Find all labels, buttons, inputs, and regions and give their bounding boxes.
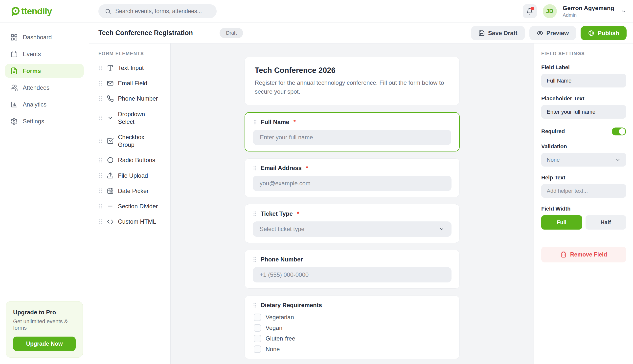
workspace: FORM ELEMENTS Text Input Email Field Pho…	[89, 44, 633, 364]
upgrade-now-button[interactable]: Upgrade Now	[13, 336, 76, 351]
field-label-label: Field Label	[541, 64, 626, 71]
sidebar-item-forms[interactable]: Forms	[5, 64, 84, 78]
form-field-card-full-name[interactable]: Full Name * Enter your full name	[245, 112, 460, 152]
element-item-dropdown-select[interactable]: Dropdown Select	[98, 110, 164, 126]
search-box[interactable]	[98, 4, 217, 18]
element-item-section-divider[interactable]: Section Divider	[98, 202, 164, 210]
element-item-radio-buttons[interactable]: Radio Buttons	[98, 156, 164, 164]
save-draft-button[interactable]: Save Draft	[471, 26, 525, 40]
field-text-input[interactable]: you@example.com	[253, 176, 451, 191]
field-settings-panel: FIELD SETTINGS Field Label Placeholder T…	[534, 44, 633, 364]
circle-icon	[107, 157, 114, 164]
drag-handle-icon[interactable]	[98, 218, 103, 225]
save-draft-label: Save Draft	[488, 30, 517, 36]
brand-logo[interactable]: ttendily	[10, 6, 52, 17]
upgrade-title: Upgrade to Pro	[13, 309, 76, 316]
drag-handle-icon[interactable]	[253, 119, 257, 125]
drag-handle-icon[interactable]	[98, 115, 103, 121]
sidebar-item-analytics[interactable]: Analytics	[5, 97, 84, 112]
element-item-label: File Upload	[118, 172, 148, 180]
field-label-text: Dietary Requirements	[261, 302, 322, 309]
form-header-card[interactable]: Tech Conference 2026 Register for the an…	[245, 57, 460, 105]
checkbox-option[interactable]: None	[254, 346, 451, 353]
drag-handle-icon[interactable]	[98, 157, 103, 163]
field-text-input[interactable]: Enter your full name	[253, 130, 451, 145]
element-item-file-upload[interactable]: File Upload	[98, 172, 164, 180]
checkbox-options: Vegetarian Vegan Gluten-free None	[253, 314, 451, 353]
upgrade-subtitle: Get unlimited events & forms	[13, 318, 76, 331]
upload-icon	[107, 172, 114, 179]
form-title: Tech Conference 2026	[255, 66, 449, 75]
checkbox-icon[interactable]	[254, 335, 261, 342]
field-text-input[interactable]: +1 (555) 000-0000	[253, 267, 451, 282]
help-text-label: Help Text	[541, 174, 626, 181]
validation-value: None	[547, 157, 560, 163]
drag-handle-icon[interactable]	[253, 165, 257, 171]
topbar: JD Gerron Agyemang Admin	[89, 0, 633, 23]
placeholder-text-input[interactable]	[541, 105, 626, 118]
calendar-days-icon	[107, 187, 114, 194]
drag-handle-icon[interactable]	[253, 210, 257, 217]
placeholder-text-label: Placeholder Text	[541, 96, 626, 102]
drag-handle-icon[interactable]	[98, 172, 103, 179]
form-elements-list: Text Input Email Field Phone Number Drop…	[98, 64, 164, 225]
drag-handle-icon[interactable]	[98, 96, 103, 102]
element-item-text-input[interactable]: Text Input	[98, 64, 164, 72]
sidebar-item-settings[interactable]: Settings	[5, 114, 84, 128]
field-width-half-button[interactable]: Half	[585, 215, 626, 230]
checkbox-option[interactable]: Vegetarian	[254, 314, 451, 321]
form-field-card-ticket-type[interactable]: Ticket Type * Select ticket type	[245, 204, 460, 243]
drag-handle-icon[interactable]	[98, 65, 103, 71]
remove-field-button[interactable]: Remove Field	[541, 246, 626, 262]
drag-handle-icon[interactable]	[98, 203, 103, 209]
help-text-input[interactable]	[541, 184, 626, 198]
upgrade-card: Upgrade to Pro Get unlimited events & fo…	[6, 301, 83, 358]
publish-button[interactable]: Publish	[580, 26, 626, 40]
form-field-card-email-address[interactable]: Email Address * you@example.com	[245, 158, 460, 197]
form-toolbar: Tech Conference Registration Draft Save …	[89, 23, 633, 44]
sidebar-item-events[interactable]: Events	[5, 47, 84, 61]
checkbox-icon[interactable]	[254, 324, 261, 332]
element-item-custom-html[interactable]: Custom HTML	[98, 218, 164, 225]
checkbox-icon[interactable]	[254, 346, 261, 353]
drag-handle-icon[interactable]	[253, 256, 257, 263]
element-item-phone-number[interactable]: Phone Number	[98, 95, 164, 102]
file-text-icon	[11, 67, 18, 75]
field-placeholder: +1 (555) 000-0000	[260, 271, 309, 278]
field-head: Ticket Type *	[253, 210, 451, 217]
search-input[interactable]	[115, 8, 210, 14]
drag-handle-icon[interactable]	[98, 188, 103, 194]
field-width-full-button[interactable]: Full	[541, 215, 582, 230]
sidebar-item-attendees[interactable]: Attendees	[5, 80, 84, 95]
drag-handle-icon[interactable]	[253, 302, 257, 308]
publish-label: Publish	[598, 30, 619, 36]
field-head: Phone Number	[253, 256, 451, 263]
field-label-text: Email Address	[261, 164, 302, 172]
validation-select[interactable]: None	[541, 153, 626, 166]
avatar[interactable]: JD	[543, 4, 557, 18]
main-column: JD Gerron Agyemang Admin Tech Conference…	[89, 0, 633, 364]
element-item-label: Date Picker	[118, 187, 149, 195]
bar-chart-icon	[11, 101, 18, 108]
sidebar-item-dashboard[interactable]: Dashboard	[5, 30, 84, 44]
field-select-input[interactable]: Select ticket type	[253, 222, 451, 237]
element-item-label: Text Input	[118, 64, 144, 72]
required-toggle[interactable]	[612, 128, 626, 136]
chevron-down-icon[interactable]	[621, 8, 626, 14]
checkbox-option[interactable]: Gluten-free	[254, 335, 451, 342]
field-label-input[interactable]	[541, 74, 626, 88]
checkbox-icon[interactable]	[254, 314, 261, 321]
form-field-card-phone-number[interactable]: Phone Number +1 (555) 000-0000	[245, 250, 460, 289]
drag-handle-icon[interactable]	[98, 138, 103, 144]
field-placeholder: Select ticket type	[260, 226, 304, 232]
form-description: Register for the annual technology confe…	[255, 78, 449, 96]
element-item-email-field[interactable]: Email Field	[98, 79, 164, 87]
checkbox-option[interactable]: Vegan	[254, 324, 451, 332]
drag-handle-icon[interactable]	[98, 80, 103, 86]
element-item-date-picker[interactable]: Date Picker	[98, 187, 164, 195]
element-item-checkbox-group[interactable]: Checkbox Group	[98, 133, 164, 148]
preview-button[interactable]: Preview	[529, 26, 576, 40]
required-row: Required	[541, 128, 626, 136]
notifications-button[interactable]	[523, 4, 537, 18]
form-field-card-dietary-requirements[interactable]: Dietary Requirements Vegetarian Vegan Gl…	[245, 296, 460, 359]
